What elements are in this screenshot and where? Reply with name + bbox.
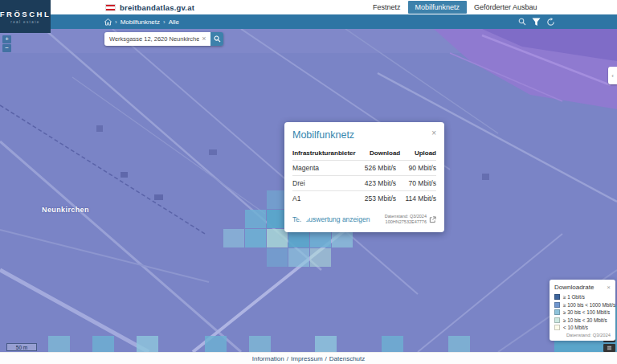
- nav-tab-mobilfunknetz[interactable]: Mobilfunknetz: [408, 1, 468, 14]
- main-nav: Festnetz Mobilfunknetz Geförderter Ausba…: [366, 0, 545, 14]
- table-header-row: Infrastrukturanbieter Download Upload: [292, 146, 436, 161]
- legend-label: ≥ 30 bis < 100 Mbit/s: [563, 309, 610, 315]
- legend-close-icon[interactable]: ×: [607, 284, 611, 291]
- footer-link-information[interactable]: Information: [252, 355, 284, 362]
- legend-swatch: [554, 302, 560, 308]
- filter-icon[interactable]: [532, 18, 541, 27]
- legend-swatch: [554, 309, 560, 315]
- download-rate-legend: Downloadrate × ≥ 1 Gbit/s ≥ 100 bis < 10…: [550, 280, 615, 341]
- download-value: 253 Mbit/s: [346, 194, 396, 202]
- provider-name: A1: [292, 194, 346, 202]
- map-control-button-2[interactable]: [603, 344, 615, 352]
- map-scale-bar: 50 m: [6, 343, 37, 351]
- breitbandatlas-app: Neunkirchen FRÖSCHL real estate breitban…: [0, 0, 617, 364]
- panel-collapse-tab[interactable]: ‹: [608, 67, 617, 84]
- col-header-download: Download: [356, 149, 401, 157]
- popup-tail: [294, 214, 313, 224]
- breadcrumb-separator: ›: [115, 18, 117, 26]
- legend-item: < 10 Mbit/s: [554, 325, 611, 330]
- site-title: breitbandatlas.gv.at: [120, 3, 194, 12]
- popup-close-icon[interactable]: ×: [431, 129, 436, 137]
- home-icon[interactable]: [104, 18, 112, 26]
- toolbar-icons: [517, 18, 555, 27]
- breadcrumb-mobilfunknetz[interactable]: Mobilfunknetz: [121, 18, 160, 26]
- legend-item: ≥ 30 bis < 100 Mbit/s: [554, 309, 611, 315]
- legend-label: ≥ 100 bis < 1000 Mbit/s: [563, 302, 615, 308]
- nav-tab-festnetz[interactable]: Festnetz: [366, 1, 408, 14]
- chevron-left-icon: ‹: [611, 72, 614, 80]
- address-search: ×: [104, 32, 223, 46]
- footer-link-datenschutz[interactable]: Datenschutz: [329, 355, 365, 362]
- map-place-label: Neunkirchen: [42, 206, 89, 214]
- map-toolbar: › Mobilfunknetz › Alle: [51, 14, 617, 29]
- provider-name: Magenta: [292, 164, 346, 172]
- search-button[interactable]: [210, 32, 223, 46]
- search-icon[interactable]: [517, 18, 526, 27]
- grid-cell-id: 100HN27532E47776: [385, 219, 427, 225]
- legend-item: ≥ 1 Gbit/s: [554, 294, 611, 300]
- download-value: 423 Mbit/s: [346, 179, 396, 187]
- share-position-icon[interactable]: [429, 212, 436, 227]
- page-footer: Information / Impressum / Datenschutz: [0, 352, 617, 364]
- scale-label: 50 m: [16, 345, 27, 350]
- austria-flag-icon: [105, 4, 116, 11]
- breadcrumb-separator: ›: [163, 18, 165, 26]
- breadcrumb: › Mobilfunknetz › Alle: [104, 18, 179, 26]
- nav-tab-gefoerderter-ausbau[interactable]: Geförderter Ausbau: [467, 1, 545, 14]
- logo-brand-text: FRÖSCHL: [0, 10, 51, 18]
- provider-table: Infrastrukturanbieter Download Upload Ma…: [292, 146, 436, 206]
- lines-icon: [607, 346, 612, 350]
- table-row: Drei 423 Mbit/s 70 Mbit/s: [292, 176, 436, 191]
- popup-title: Mobilfunknetz: [292, 129, 354, 141]
- datenstand-block: Datenstand: Q3/2024 100HN27532E47776: [385, 212, 436, 227]
- search-button-icon: [214, 35, 221, 43]
- zoom-in-button[interactable]: +: [2, 35, 11, 43]
- legend-label: ≥ 10 bis < 30 Mbit/s: [563, 317, 607, 323]
- legend-datenstand: Datenstand: Q3/2024: [554, 333, 611, 337]
- zoom-controls: + −: [2, 35, 11, 52]
- legend-item: ≥ 10 bis < 30 Mbit/s: [554, 317, 611, 323]
- footer-separator: /: [325, 355, 327, 362]
- legend-swatch: [554, 325, 560, 330]
- upload-value: 70 Mbit/s: [396, 179, 436, 187]
- col-header-upload: Upload: [400, 149, 436, 157]
- upload-value: 114 Mbit/s: [396, 194, 436, 202]
- col-header-provider: Infrastrukturanbieter: [292, 149, 356, 157]
- footer-link-impressum[interactable]: Impressum: [291, 355, 323, 362]
- legend-label: ≥ 1 Gbit/s: [563, 294, 585, 300]
- legend-item: ≥ 100 bis < 1000 Mbit/s: [554, 302, 611, 308]
- reset-view-icon[interactable]: [546, 18, 555, 27]
- site-identity[interactable]: breitbandatlas.gv.at: [105, 3, 194, 12]
- legend-label: < 10 Mbit/s: [563, 325, 588, 330]
- table-row: Magenta 526 Mbit/s 90 Mbit/s: [292, 161, 436, 176]
- provider-name: Drei: [292, 179, 346, 187]
- upload-value: 90 Mbit/s: [396, 164, 436, 172]
- legend-title: Downloadrate: [554, 284, 594, 291]
- top-header: breitbandatlas.gv.at Festnetz Mobilfunkn…: [51, 0, 617, 14]
- froeschl-logo: FRÖSCHL real estate: [0, 0, 51, 33]
- legend-swatch: [554, 317, 560, 323]
- clear-search-icon[interactable]: ×: [200, 35, 208, 43]
- download-value: 526 Mbit/s: [346, 164, 396, 172]
- table-row: A1 253 Mbit/s 114 Mbit/s: [292, 191, 436, 206]
- search-input[interactable]: [104, 32, 210, 46]
- breadcrumb-alle[interactable]: Alle: [169, 18, 179, 26]
- zoom-out-button[interactable]: −: [2, 44, 11, 52]
- popup-datenstand: Datenstand: Q3/2024: [385, 214, 427, 219]
- footer-separator: /: [287, 355, 288, 362]
- legend-swatch: [554, 294, 560, 300]
- logo-tagline: real estate: [10, 20, 39, 24]
